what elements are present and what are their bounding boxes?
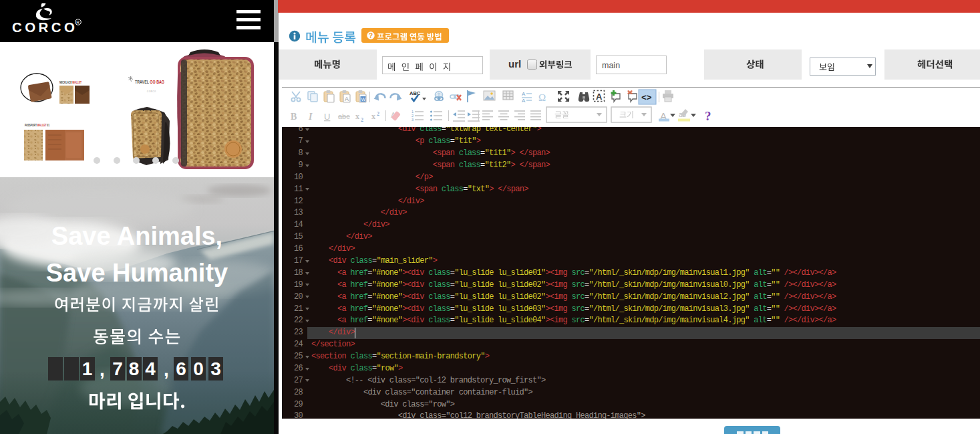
svg-text:2: 2 bbox=[361, 117, 363, 123]
svg-text:A: A bbox=[345, 96, 349, 102]
svg-text:A: A bbox=[522, 98, 526, 104]
svg-text:Ω: Ω bbox=[538, 92, 546, 103]
svg-text:PASSPORT WALLET 01: PASSPORT WALLET 01 bbox=[25, 124, 49, 127]
svg-text:W: W bbox=[361, 97, 366, 102]
svg-text:I: I bbox=[308, 112, 313, 122]
svg-text:2: 2 bbox=[377, 111, 379, 117]
svg-text:CORCO: CORCO bbox=[12, 19, 77, 35]
svg-text:NECKLACE WALLET: NECKLACE WALLET bbox=[59, 80, 81, 84]
svg-text:B: B bbox=[291, 112, 297, 122]
svg-text:abc: abc bbox=[338, 112, 350, 120]
svg-text:?: ? bbox=[369, 31, 373, 39]
svg-text:A: A bbox=[522, 91, 526, 97]
svg-text:U: U bbox=[324, 112, 330, 122]
svg-text:A: A bbox=[596, 92, 603, 102]
svg-text:TRAVEL GO BAG: TRAVEL GO BAG bbox=[135, 79, 164, 85]
svg-text:C O R C O: C O R C O bbox=[147, 90, 156, 93]
svg-text:x: x bbox=[371, 112, 375, 121]
svg-text:3: 3 bbox=[412, 118, 414, 122]
svg-text:R: R bbox=[76, 20, 79, 25]
svg-text:?: ? bbox=[705, 109, 711, 123]
svg-text:<>: <> bbox=[641, 93, 652, 103]
svg-text:x: x bbox=[355, 112, 359, 121]
svg-text:ABC: ABC bbox=[410, 90, 421, 96]
